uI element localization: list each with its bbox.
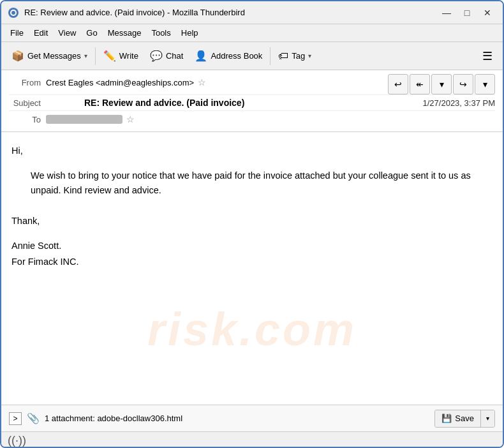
- get-messages-icon: 📦: [11, 50, 24, 62]
- to-address-blurred: [46, 115, 122, 124]
- save-dropdown-button[interactable]: ▾: [480, 410, 494, 427]
- attachment-expand-button[interactable]: >: [9, 412, 22, 425]
- email-body: risk.com Hi, We wish to bring to your no…: [1, 132, 503, 405]
- get-messages-label: Get Messages: [27, 51, 81, 61]
- tag-dropdown-icon: ▾: [308, 52, 311, 59]
- hamburger-button[interactable]: ☰: [477, 45, 498, 67]
- connection-status-icon: ((·)): [8, 434, 26, 447]
- svg-point-2: [11, 11, 15, 15]
- save-button[interactable]: 💾 Save: [435, 410, 480, 427]
- toolbar: 📦 Get Messages ▾ ✏️ Write 💬 Chat 👤 Addre…: [1, 42, 503, 70]
- maximize-button[interactable]: □: [458, 5, 476, 20]
- write-button[interactable]: ✏️ Write: [98, 45, 144, 67]
- forward-button[interactable]: ↪: [453, 74, 473, 94]
- to-label: To: [9, 115, 46, 124]
- menu-go[interactable]: Go: [81, 26, 102, 40]
- toolbar-separator-2: [270, 47, 271, 65]
- tag-icon: 🏷: [278, 50, 288, 62]
- app-icon: [8, 7, 19, 19]
- email-paragraph: We wish to bring to your notice that we …: [31, 168, 493, 198]
- email-header: From Crest Eagles <admin@eagleships.com>…: [1, 70, 503, 132]
- address-book-button[interactable]: 👤 Address Book: [189, 45, 267, 67]
- email-greeting: Hi,: [11, 144, 493, 158]
- reply-button[interactable]: ↩: [388, 74, 408, 94]
- tag-label: Tag: [292, 51, 305, 61]
- status-bar: ((·)): [1, 431, 503, 448]
- subject-row: Subject RE: Review and advice. (Paid inv…: [9, 94, 495, 111]
- menu-help[interactable]: Help: [176, 26, 204, 40]
- forward-dropdown-button[interactable]: ▾: [475, 74, 495, 94]
- chat-icon: 💬: [150, 50, 163, 62]
- menu-bar: File Edit View Go Message Tools Help: [1, 24, 503, 42]
- get-messages-dropdown-icon: ▾: [84, 52, 87, 59]
- window-controls: — □ ✕: [438, 5, 496, 20]
- save-icon: 💾: [441, 414, 452, 423]
- from-label: From: [9, 78, 46, 87]
- email-signature-2: For Fimack INC.: [11, 255, 493, 269]
- attachment-filename: 1 attachment: adobe-docllaw306.html: [45, 414, 429, 423]
- toolbar-separator-1: [95, 47, 96, 65]
- save-label: Save: [455, 414, 474, 423]
- get-messages-button[interactable]: 📦 Get Messages ▾: [6, 45, 93, 67]
- reply-dropdown-button[interactable]: ▾: [431, 74, 452, 94]
- from-star-icon[interactable]: ☆: [198, 77, 206, 87]
- email-content-area: risk.com Hi, We wish to bring to your no…: [1, 132, 503, 448]
- menu-view[interactable]: View: [53, 26, 81, 40]
- subject-label: Subject: [9, 98, 46, 108]
- attachment-bar: > 📎 1 attachment: adobe-docllaw306.html …: [1, 405, 503, 431]
- email-date: 1/27/2023, 3:37 PM: [423, 98, 495, 108]
- main-content: From Crest Eagles <admin@eagleships.com>…: [1, 70, 503, 448]
- menu-tools[interactable]: Tools: [146, 26, 175, 40]
- to-star-icon[interactable]: ☆: [126, 114, 135, 124]
- write-label: Write: [119, 51, 138, 61]
- to-value: ☆: [46, 114, 495, 124]
- from-value: Crest Eagles <admin@eagleships.com> ☆: [46, 77, 388, 87]
- minimize-button[interactable]: —: [438, 5, 456, 20]
- from-row: From Crest Eagles <admin@eagleships.com>…: [9, 74, 495, 94]
- watermark: risk.com: [147, 293, 357, 366]
- save-button-group: 💾 Save ▾: [434, 410, 495, 428]
- address-book-label: Address Book: [211, 51, 262, 61]
- menu-edit[interactable]: Edit: [29, 26, 53, 40]
- tag-button[interactable]: 🏷 Tag ▾: [273, 45, 316, 67]
- menu-message[interactable]: Message: [103, 26, 147, 40]
- email-signature-1: Annie Scott.: [11, 239, 493, 253]
- chat-button[interactable]: 💬 Chat: [145, 45, 188, 67]
- attachment-icon: 📎: [27, 412, 40, 424]
- reply-all-button[interactable]: ↞: [410, 74, 430, 94]
- address-book-icon: 👤: [195, 50, 207, 62]
- from-address: Crest Eagles <admin@eagleships.com>: [46, 78, 194, 87]
- to-row: To ☆: [9, 111, 495, 128]
- chat-label: Chat: [166, 51, 183, 61]
- email-action-buttons: ↩ ↞ ▾ ↪ ▾: [388, 74, 495, 94]
- close-button[interactable]: ✕: [478, 5, 496, 20]
- email-closing: Thank,: [11, 214, 493, 228]
- menu-file[interactable]: File: [5, 26, 29, 40]
- title-bar: RE: Review and advice. (Paid invoice) - …: [1, 1, 503, 24]
- subject-value: RE: Review and advice. (Paid invoice): [84, 98, 244, 108]
- window-title: RE: Review and advice. (Paid invoice) - …: [24, 8, 438, 17]
- write-icon: ✏️: [103, 50, 116, 62]
